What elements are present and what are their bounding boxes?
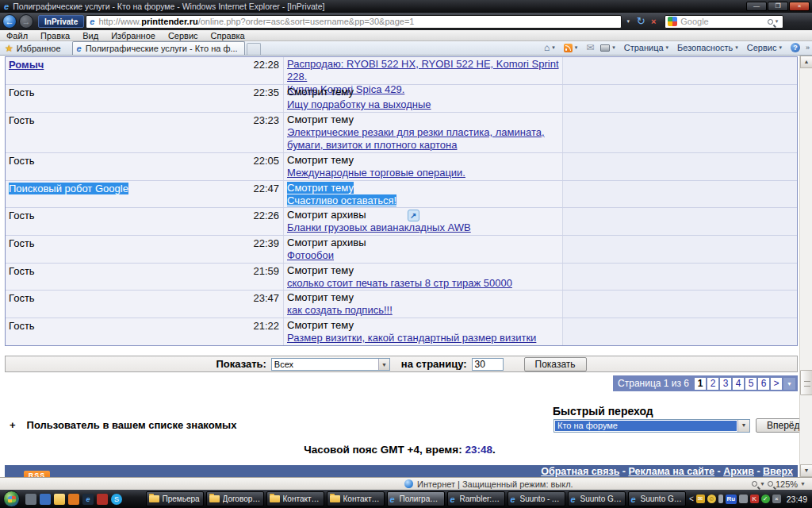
footer-link-top[interactable]: Вверх [763, 466, 793, 477]
scroll-up-icon[interactable]: ▲ [800, 56, 812, 68]
skype-icon[interactable]: S [111, 494, 122, 505]
menu-favorites[interactable]: Избранное [105, 31, 162, 40]
menu-file[interactable]: Файл [0, 31, 34, 40]
page-3[interactable]: 3 [720, 378, 731, 390]
close-button[interactable]: × [789, 2, 810, 11]
zoom-control[interactable]: ▼ 125% ▼ [752, 479, 806, 489]
search-dropdown-icon[interactable]: ▾ [773, 18, 781, 25]
page-jump-caret-icon[interactable]: ▼ [783, 378, 795, 390]
user-name: Гость [9, 210, 35, 221]
menu-tools[interactable]: Сервис [162, 31, 205, 40]
stop-icon[interactable]: × [647, 15, 660, 29]
topic-link[interactable]: как создать подпись!!! [287, 304, 393, 316]
accelerator-icon[interactable]: ↗ [408, 210, 419, 221]
menu-edit[interactable]: Правка [34, 31, 76, 40]
feeds-button[interactable]: ▾ [561, 44, 584, 52]
topic-link[interactable]: Ищу подработку на выходные [287, 98, 431, 110]
tools-menu[interactable]: Сервис▾ [744, 43, 787, 52]
scroll-down-icon[interactable]: ▼ [800, 464, 812, 477]
page-next[interactable]: > [771, 378, 782, 390]
menu-view[interactable]: Вид [76, 31, 105, 40]
zoom-caret-icon[interactable]: ▼ [800, 481, 806, 487]
page-1-current[interactable]: 1 [695, 378, 706, 390]
taskbar-button-ie-active[interactable]: eПолиграфич... [387, 491, 445, 506]
minimize-button[interactable]: — [746, 2, 767, 11]
tray-messenger-icon[interactable]: ☺ [707, 495, 716, 503]
taskbar-button-folder[interactable]: Договор и П... [206, 491, 264, 506]
tray-antivirus-icon[interactable]: K [750, 495, 759, 503]
taskbar-button-folder[interactable]: Премьера [146, 491, 204, 506]
topic-link[interactable]: Распродаю: RYOBI 522 HX, RYOBI 522 HE, K… [287, 58, 559, 83]
home-button[interactable]: ⌂▾ [541, 42, 561, 53]
topic-link[interactable]: Электрические резаки для резки пластика,… [287, 126, 545, 151]
tray-x-icon[interactable]: × [772, 495, 781, 503]
taskbar-clock[interactable]: 23:49 [787, 495, 807, 504]
taskbar-button-ie[interactable]: eSuunto G6 | C... [628, 491, 686, 506]
help-button[interactable]: ? [787, 43, 803, 52]
tab-active[interactable]: e Полиграфические услуги - Кто на ф... [72, 41, 245, 55]
page-5[interactable]: 5 [745, 378, 756, 390]
rss-badge[interactable]: RSS [24, 471, 50, 477]
tray-shield-icon[interactable]: ✓ [761, 495, 770, 503]
taskbar-button-folder[interactable]: Контакты, н... [266, 491, 324, 506]
taskbar-button-ie[interactable]: eSuunto - Ala ... [508, 491, 565, 506]
search-icon[interactable] [768, 19, 773, 25]
forward-button[interactable]: → [19, 14, 33, 29]
red-app-icon[interactable] [97, 494, 108, 505]
menu-help[interactable]: Справка [205, 31, 251, 40]
url-input[interactable]: e http://www.printtender.ru/online.php?o… [86, 15, 622, 29]
refresh-icon[interactable]: ↻ [634, 15, 647, 29]
chevron-down-icon[interactable]: ▼ [378, 359, 389, 370]
taskbar-button-folder[interactable]: Контакты, н... [327, 491, 385, 506]
chevron-down-icon[interactable]: ▼ [737, 420, 749, 432]
topic-link[interactable]: Счастливо оставаться! [287, 194, 396, 206]
change-zoom-icon[interactable] [752, 481, 757, 487]
topic-link[interactable]: Фотообои [287, 249, 334, 261]
tray-monitor-icon[interactable] [739, 495, 748, 503]
topic-link[interactable]: Бланки грузовых авианакладных AWB [287, 221, 471, 233]
topic-link[interactable]: сколько стоит печать газеты 8 стр тираж … [287, 277, 512, 289]
overflow-chevron-icon[interactable]: » [803, 44, 812, 52]
taskbar-button-ie[interactable]: eSuunto G6 | ... [568, 491, 626, 506]
start-button[interactable] [3, 491, 20, 507]
user-link[interactable]: Ромыч [9, 59, 44, 71]
page-4[interactable]: 4 [733, 378, 744, 390]
show-desktop-icon[interactable] [25, 494, 36, 505]
new-tab-stub[interactable] [247, 43, 261, 55]
topic-link[interactable]: Размер визитки, какой стандартный размер… [287, 332, 536, 344]
url-prefix: http://www. [98, 17, 141, 26]
safety-menu[interactable]: Безопасность▾ [674, 43, 744, 52]
tray-mail-icon[interactable]: ✉ [696, 495, 705, 503]
mail-button[interactable]: ✉ [583, 42, 597, 53]
scrollbar-thumb[interactable] [800, 370, 812, 395]
footer-link-feedback[interactable]: Обратная связь [541, 466, 619, 477]
print-button[interactable]: ▾ [597, 44, 621, 52]
per-page-input[interactable]: 30 [472, 358, 504, 371]
quick-jump-select[interactable]: Кто на форуме ▼ [553, 419, 750, 433]
folder-quicklaunch-icon[interactable] [54, 494, 65, 505]
address-dropdown-icon[interactable]: ▾ [622, 15, 634, 29]
page-menu[interactable]: Страница▾ [621, 43, 674, 52]
maximize-button[interactable]: ❐ [768, 2, 788, 11]
search-input[interactable]: Google ▾ [665, 15, 783, 29]
quick-jump-go-button[interactable]: Вперёд [756, 418, 799, 433]
show-submit-button[interactable]: Показать [524, 357, 587, 371]
tray-language-indicator[interactable]: Ru [726, 495, 737, 504]
page-6[interactable]: 6 [758, 378, 769, 390]
tray-expand-icon[interactable]: < [689, 495, 694, 503]
favorites-button[interactable]: ★ Избранное [0, 41, 66, 55]
ie-quicklaunch-icon[interactable]: e [82, 494, 94, 505]
back-button[interactable]: ← [2, 14, 17, 29]
footer-link-archive[interactable]: Архив [723, 466, 754, 477]
page-2[interactable]: 2 [707, 378, 718, 390]
vertical-scrollbar[interactable]: ▲ ▼ [799, 56, 812, 477]
tab-bar: ★ Избранное e Полиграфические услуги - К… [0, 41, 812, 56]
window-switcher-icon[interactable] [40, 494, 51, 505]
print-icon [600, 44, 610, 52]
tray-icon[interactable] [718, 495, 723, 503]
topic-link[interactable]: Международные торговые операции. [287, 167, 465, 179]
media-app-icon[interactable] [68, 494, 79, 505]
footer-link-advertising[interactable]: Реклама на сайте [628, 466, 714, 477]
taskbar-button-ie[interactable]: eRambler: По... [447, 491, 505, 506]
show-select[interactable]: Всех ▼ [271, 358, 390, 371]
